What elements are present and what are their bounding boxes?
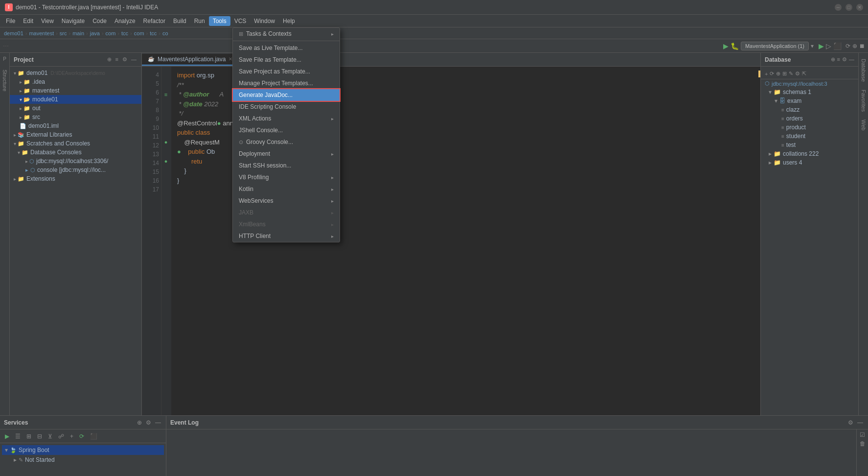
db-item-orders[interactable]: ≡ orders (761, 114, 858, 123)
menu-entry-http-client[interactable]: HTTP Client ▸ (233, 230, 340, 242)
tree-item-idea[interactable]: ▸ 📁 .idea (10, 77, 141, 86)
menu-entry-webservices[interactable]: WebServices ▸ (233, 195, 340, 207)
svc-refresh-button[interactable]: ⟳ (77, 432, 86, 441)
tree-item-src[interactable]: ▸ 📁 src (10, 113, 141, 121)
vert-tab-web[interactable]: Web (860, 116, 868, 134)
db-icon-gear[interactable]: ⚙ (842, 56, 847, 63)
project-icon-locate[interactable]: ⊕ (106, 55, 113, 64)
vert-tab-database[interactable]: Database (860, 55, 868, 86)
menu-entry-save-project[interactable]: Save Project as Template... (233, 66, 340, 77)
menu-entry-save-live[interactable]: Save as Live Template... (233, 42, 340, 54)
ev-icon-minimize[interactable]: — (856, 418, 864, 427)
svc-icon-globe[interactable]: ⊕ (136, 418, 143, 427)
run-green-button[interactable]: ▶ (723, 42, 729, 50)
svc-not-started-item[interactable]: ▸ ✎ Not Started (2, 455, 164, 465)
svc-icon-gear[interactable]: ⚙ (145, 418, 152, 427)
db-icon-minimize[interactable]: — (849, 56, 854, 63)
svc-collapse-button[interactable]: ⊞ (24, 432, 33, 441)
project-icon-minimize[interactable]: — (130, 55, 137, 64)
menu-entry-jaxb[interactable]: JAXB ▸ (233, 207, 340, 218)
db-item-exam[interactable]: ▾ 🗄 exam (761, 96, 858, 105)
menu-help[interactable]: Help (279, 16, 299, 26)
menu-entry-kotlin[interactable]: Kotlin ▸ (233, 183, 340, 195)
svc-align-button[interactable]: ☰ (13, 432, 23, 441)
menu-analyze[interactable]: Analyze (111, 16, 139, 26)
menu-entry-deployment[interactable]: Deployment ▸ (233, 148, 340, 160)
tree-item-jdbc1[interactable]: ▸ ⬡ jdbc:mysql://localhost:3306/ (10, 157, 141, 166)
menu-build[interactable]: Build (169, 16, 190, 26)
structure-tab[interactable]: Structure (1, 66, 9, 95)
db-add-icon[interactable]: + (765, 71, 768, 77)
run-extra-1[interactable]: ⟳ (845, 43, 850, 49)
db-refresh-icon[interactable]: ⟳ (770, 71, 774, 77)
db-item-test[interactable]: ≡ test (761, 141, 858, 149)
tree-item-console[interactable]: ▸ ⬡ console [jdbc:mysql://loc... (10, 166, 141, 174)
run-play-button[interactable]: ▶ (819, 42, 824, 50)
tree-item-extensions[interactable]: ▸ 📁 Extensions (10, 174, 141, 183)
db-item-users[interactable]: ▸ 📁 users 4 (761, 158, 858, 167)
breadcrumb-tcc2[interactable]: tcc (150, 30, 157, 36)
svc-run-button[interactable]: ▶ (3, 432, 11, 441)
db-item-collations[interactable]: ▸ 📁 collations 222 (761, 149, 858, 158)
menu-window[interactable]: Window (250, 16, 279, 26)
svc-group-button[interactable]: ⊟ (35, 432, 44, 441)
menu-code[interactable]: Code (89, 16, 111, 26)
breadcrumb-main[interactable]: main (72, 30, 84, 36)
db-item-connection[interactable]: ⬡ jdbc:mysql://localhost:3 (761, 79, 858, 88)
menu-entry-jshell[interactable]: JShell Console... (233, 124, 340, 136)
svc-pin-button[interactable]: ☍ (56, 432, 66, 441)
breadcrumb-com2[interactable]: com (134, 30, 144, 36)
menu-tools[interactable]: Tools (209, 16, 230, 26)
svc-icon-minimize[interactable]: — (154, 418, 162, 427)
minimize-button[interactable]: ─ (835, 4, 842, 11)
db-expand-icon[interactable]: ⇱ (802, 71, 806, 77)
svc-add-button[interactable]: + (68, 432, 75, 441)
run-extra-2[interactable]: ⊕ (852, 43, 857, 49)
breadcrumb-demo01[interactable]: demo01 (4, 30, 23, 36)
run-config-dropdown[interactable]: ▾ (811, 43, 814, 49)
project-icon-settings[interactable]: ≡ (114, 55, 119, 64)
menu-entry-manage-templates[interactable]: Manage Project Templates... (233, 77, 340, 89)
ev-icon-settings[interactable]: ⚙ (847, 418, 854, 427)
breadcrumb-co[interactable]: co (162, 30, 168, 36)
menu-run[interactable]: Run (190, 16, 209, 26)
db-filter-icon[interactable]: ⊕ (776, 71, 780, 77)
run-stop-button[interactable]: ⬛ (833, 42, 842, 50)
db-settings-icon[interactable]: ⚙ (795, 71, 800, 77)
left-icon-project[interactable]: P (1, 55, 9, 63)
ev-side-icon-1[interactable]: ☑ (860, 431, 865, 438)
db-edit-icon[interactable]: ✎ (789, 71, 793, 77)
menu-navigate[interactable]: Navigate (58, 16, 89, 26)
breadcrumb-java[interactable]: java (90, 30, 100, 36)
tree-item-scratches[interactable]: ▾ 📁 Scratches and Consoles (10, 139, 141, 148)
db-item-clazz[interactable]: ≡ clazz (761, 105, 858, 114)
breadcrumb-src[interactable]: src (60, 30, 67, 36)
breadcrumb-maventest[interactable]: maventest (29, 30, 54, 36)
run-debug-button[interactable]: 🐛 (731, 42, 739, 50)
close-button[interactable]: ✕ (856, 4, 863, 11)
breadcrumb-com1[interactable]: com (106, 30, 116, 36)
menu-entry-generate-javadoc[interactable]: Generate JavaDoc... (233, 89, 340, 101)
svc-filter-button[interactable]: ⊻ (46, 432, 54, 441)
svc-spring-boot-item[interactable]: ▾ 🍃 Spring Boot (2, 445, 164, 455)
run-config-name[interactable]: MaventestApplication (1) (741, 42, 809, 50)
tree-item-demo01-iml[interactable]: 📄 demo01.iml (10, 121, 141, 130)
breadcrumb-tcc1[interactable]: tcc (121, 30, 128, 36)
svc-stop-button[interactable]: ⬛ (88, 432, 99, 441)
editor-tab-main[interactable]: ☕ MaventestApplication.java ✕ (142, 54, 239, 66)
menu-entry-save-file[interactable]: Save File as Template... (233, 54, 340, 66)
menu-entry-xml-actions[interactable]: XML Actions ▸ (233, 113, 340, 124)
db-icon-settings[interactable]: ≡ (837, 56, 840, 63)
menu-entry-tasks[interactable]: ⊞ Tasks & Contexts ▸ (233, 28, 340, 40)
db-item-product[interactable]: ≡ product (761, 123, 858, 132)
ev-side-icon-2[interactable]: 🗑 (860, 440, 866, 447)
vert-tab-favorites[interactable]: Favorites (860, 86, 868, 116)
maximize-button[interactable]: □ (845, 4, 852, 11)
menu-view[interactable]: View (37, 16, 58, 26)
tree-item-db-consoles[interactable]: ▾ 📁 Database Consoles (10, 148, 141, 157)
run-extra-3[interactable]: ⏹ (859, 43, 865, 49)
db-pin-icon[interactable]: ⊞ (782, 71, 787, 77)
menu-refactor[interactable]: Refactor (139, 16, 169, 26)
titlebar-controls[interactable]: ─ □ ✕ (835, 4, 863, 11)
db-item-student[interactable]: ≡ student (761, 132, 858, 141)
